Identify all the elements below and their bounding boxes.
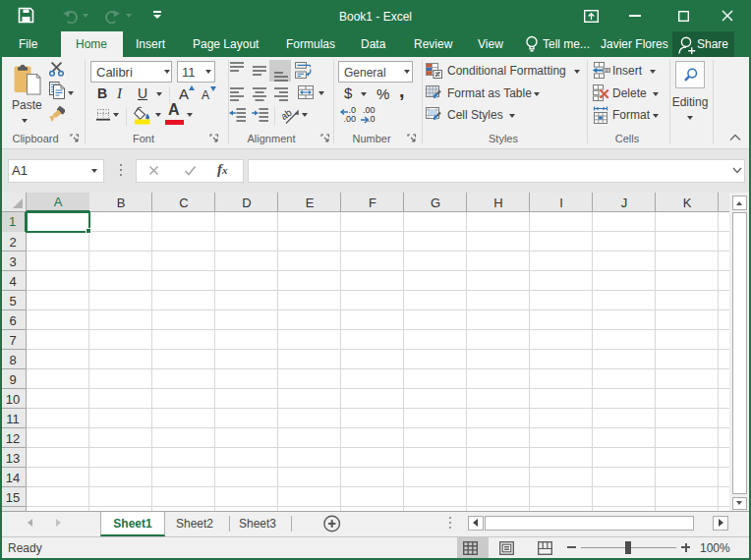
svg-text:ab: ab <box>282 106 294 122</box>
